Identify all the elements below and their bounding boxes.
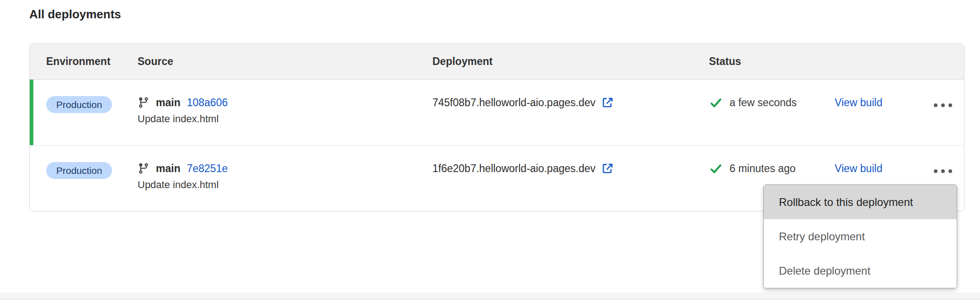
menu-item-rollback[interactable]: Rollback to this deployment bbox=[764, 185, 957, 219]
build-cell: View build bbox=[835, 80, 921, 109]
deployment-cell: 745f08b7.helloworld-aio.pages.dev bbox=[432, 80, 709, 109]
git-branch-icon bbox=[138, 97, 149, 108]
column-header-status: Status bbox=[709, 55, 835, 68]
actions-cell bbox=[921, 80, 964, 110]
commit-link[interactable]: 108a606 bbox=[187, 96, 228, 109]
column-header-deployment: Deployment bbox=[432, 55, 709, 68]
table-header-row: Environment Source Deployment Status bbox=[30, 44, 964, 80]
environment-cell: Production bbox=[30, 80, 138, 113]
external-link-icon[interactable] bbox=[602, 162, 613, 174]
environment-badge: Production bbox=[46, 96, 112, 113]
deployment-row: Production main 108a606 Update index.htm… bbox=[30, 80, 964, 145]
context-menu: Rollback to this deployment Retry deploy… bbox=[763, 184, 957, 288]
environment-badge: Production bbox=[46, 162, 112, 179]
commit-message: Update index.html bbox=[138, 113, 432, 125]
status-time: 6 minutes ago bbox=[730, 162, 795, 175]
check-icon bbox=[709, 162, 723, 175]
status-time: a few seconds bbox=[730, 96, 797, 109]
actions-cell bbox=[921, 146, 964, 176]
check-icon bbox=[709, 97, 723, 109]
git-branch-icon bbox=[138, 162, 149, 174]
ellipsis-icon bbox=[934, 169, 937, 173]
external-link-icon[interactable] bbox=[602, 97, 613, 108]
environment-cell: Production bbox=[30, 146, 138, 179]
status-cell: a few seconds bbox=[709, 80, 835, 109]
branch-name: main bbox=[156, 96, 181, 109]
menu-item-delete[interactable]: Delete deployment bbox=[764, 254, 957, 288]
ellipsis-icon bbox=[934, 103, 937, 107]
commit-message: Update index.html bbox=[138, 179, 432, 191]
bottom-divider bbox=[0, 292, 980, 299]
more-actions-button[interactable] bbox=[931, 167, 955, 176]
deployment-cell: 1f6e20b7.helloworld-aio.pages.dev bbox=[432, 146, 709, 175]
menu-item-retry[interactable]: Retry deployment bbox=[764, 219, 957, 254]
view-build-link[interactable]: View build bbox=[835, 162, 882, 174]
view-build-link[interactable]: View build bbox=[835, 97, 882, 108]
deployment-url: 745f08b7.helloworld-aio.pages.dev bbox=[432, 96, 596, 109]
build-cell: View build bbox=[835, 146, 921, 175]
deployment-url: 1f6e20b7.helloworld-aio.pages.dev bbox=[432, 162, 596, 175]
column-header-source: Source bbox=[138, 55, 432, 68]
source-cell: main 7e8251e Update index.html bbox=[138, 146, 432, 191]
status-cell: 6 minutes ago bbox=[709, 146, 835, 175]
commit-link[interactable]: 7e8251e bbox=[187, 162, 228, 175]
page-title: All deployments bbox=[29, 7, 121, 22]
more-actions-button[interactable] bbox=[931, 101, 955, 110]
column-header-environment: Environment bbox=[30, 55, 138, 68]
active-deployment-indicator bbox=[30, 80, 33, 145]
branch-name: main bbox=[156, 162, 181, 175]
source-cell: main 108a606 Update index.html bbox=[138, 80, 432, 125]
